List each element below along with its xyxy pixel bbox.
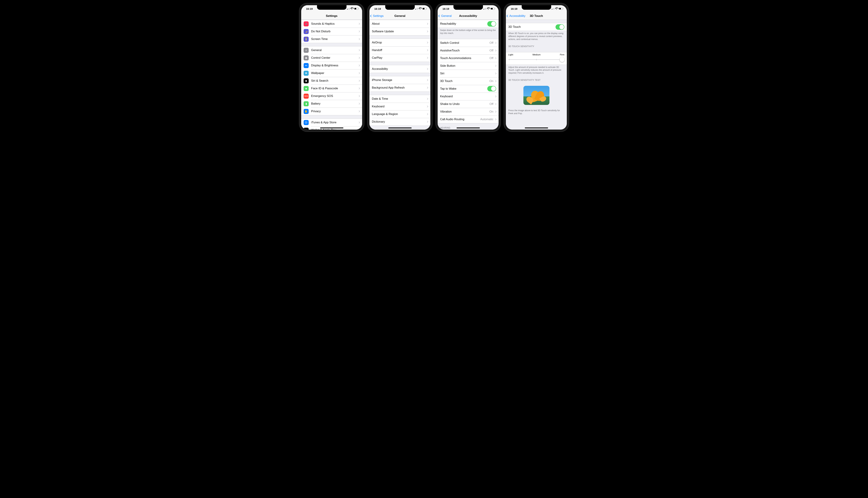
- row-icon: ⚙︎: [303, 48, 309, 53]
- settings-row[interactable]: Dictionary: [369, 118, 430, 126]
- settings-row[interactable]: Background App Refresh: [369, 84, 430, 92]
- toggle-switch[interactable]: [487, 86, 496, 91]
- scroll-content[interactable]: ReachabilitySwipe down on the bottom edg…: [438, 20, 499, 130]
- battery-icon: [354, 8, 358, 10]
- settings-row[interactable]: Software Update: [369, 28, 430, 35]
- settings-row: Reachability: [438, 20, 499, 28]
- chevron-right-icon: [358, 49, 360, 51]
- nav-title: General: [394, 14, 405, 18]
- settings-row[interactable]: iPhone Storage: [369, 76, 430, 84]
- chevron-right-icon: [426, 57, 428, 59]
- settings-row[interactable]: ☻Face ID & Passcode: [301, 84, 362, 92]
- settings-row[interactable]: AssistiveTouchOff: [438, 47, 499, 54]
- chevron-right-icon: [426, 121, 428, 123]
- settings-row[interactable]: AirDrop: [369, 39, 430, 47]
- settings-row[interactable]: Switch ControlOff: [438, 39, 499, 47]
- back-button[interactable]: Settings: [370, 14, 383, 18]
- row-label: Do Not Disturb: [311, 30, 358, 33]
- row-icon: ⏳: [303, 37, 309, 42]
- settings-row[interactable]: ◉Control Center: [301, 54, 362, 62]
- nav-title: Settings: [326, 14, 338, 18]
- scroll-content[interactable]: AboutSoftware UpdateAirDropHandoffCarPla…: [369, 20, 430, 130]
- sensitivity-test-image[interactable]: [524, 86, 550, 105]
- group-footer: Adjust the amount of pressure needed to …: [506, 65, 567, 76]
- settings-row[interactable]: Language & Region: [369, 110, 430, 118]
- home-indicator[interactable]: [457, 128, 480, 128]
- settings-row[interactable]: VibrationOn: [438, 108, 499, 116]
- settings-row[interactable]: AADisplay & Brightness: [301, 62, 362, 69]
- chevron-right-icon: [494, 80, 496, 82]
- phone-frame: 16:19SettingsGeneralAboutSoftware Update…: [367, 3, 432, 132]
- phone-frame: 16:19Accessibility3D Touch3D TouchWhen 3…: [504, 3, 569, 132]
- settings-row[interactable]: 3D TouchOn: [438, 77, 499, 85]
- row-label: Keyboard: [440, 95, 495, 98]
- sensitivity-slider[interactable]: [508, 57, 565, 62]
- notch: [453, 5, 483, 10]
- row-label: Sounds & Haptics: [311, 22, 358, 26]
- row-label: Shake to Undo: [440, 102, 490, 106]
- row-label: Face ID & Passcode: [311, 87, 358, 90]
- home-indicator[interactable]: [388, 128, 411, 128]
- settings-row[interactable]: Date & Time: [369, 95, 430, 103]
- home-indicator[interactable]: [320, 128, 343, 128]
- row-label: Control Center: [311, 56, 358, 60]
- settings-group: 🔊Sounds & Haptics🌙Do Not Disturb⏳Screen …: [301, 20, 362, 43]
- settings-row[interactable]: Siri: [438, 70, 499, 77]
- settings-group: iTunes Wi-Fi SyncVPNNot Connected: [369, 129, 430, 130]
- home-indicator[interactable]: [525, 128, 548, 128]
- row-label: Accessibility: [372, 67, 426, 71]
- settings-row[interactable]: ✋Privacy: [301, 107, 362, 115]
- settings-row[interactable]: 🔊Sounds & Haptics: [301, 20, 362, 28]
- settings-row[interactable]: Call Audio RoutingAutomatic: [438, 116, 499, 123]
- settings-row[interactable]: Keyboard: [369, 103, 430, 110]
- settings-row[interactable]: Shake to UndoOff: [438, 100, 499, 108]
- wifi-icon: [419, 8, 421, 10]
- row-icon: ☻: [303, 86, 309, 91]
- screen: 16:19GeneralAccessibilityReachabilitySwi…: [438, 5, 499, 130]
- row-label: Dictionary: [372, 120, 426, 123]
- settings-row[interactable]: iTunes Wi-Fi Sync: [369, 129, 430, 130]
- status-right: [552, 8, 563, 10]
- chevron-left-icon: [438, 15, 441, 17]
- toggle-switch[interactable]: [556, 24, 565, 30]
- settings-row[interactable]: Handoff: [369, 47, 430, 54]
- settings-row[interactable]: ◉Siri & Search: [301, 77, 362, 84]
- scroll-content[interactable]: 🔊Sounds & Haptics🌙Do Not Disturb⏳Screen …: [301, 20, 362, 130]
- row-value: On: [489, 79, 493, 83]
- chevron-right-icon: [358, 95, 360, 97]
- settings-row[interactable]: Keyboard: [438, 93, 499, 100]
- nav-bar: Accessibility3D Touch: [506, 12, 567, 20]
- row-icon: ◉: [303, 78, 309, 83]
- scroll-content[interactable]: 3D TouchWhen 3D Touch is on, you can pre…: [506, 20, 567, 130]
- chevron-right-icon: [494, 57, 496, 59]
- toggle-switch[interactable]: [487, 21, 496, 27]
- settings-row[interactable]: ⚙︎General: [301, 47, 362, 54]
- slider-thumb[interactable]: [560, 57, 565, 62]
- settings-row[interactable]: Accessibility: [369, 65, 430, 73]
- chevron-right-icon: [494, 65, 496, 67]
- settings-row[interactable]: 🌙Do Not Disturb: [301, 28, 362, 35]
- settings-row[interactable]: Side Button: [438, 62, 499, 70]
- screen: 16:19Settings🔊Sounds & Haptics🌙Do Not Di…: [301, 5, 362, 130]
- row-label: Tap to Wake: [440, 87, 487, 91]
- settings-row[interactable]: ▮Battery: [301, 100, 362, 107]
- settings-row[interactable]: About: [369, 20, 430, 28]
- settings-row[interactable]: ❀Wallpaper: [301, 69, 362, 77]
- group-footer: Swipe down on the bottom edge of the scr…: [438, 28, 499, 36]
- settings-row[interactable]: ⏳Screen Time: [301, 35, 362, 43]
- row-icon: 🔊: [303, 21, 309, 26]
- row-value: On: [489, 110, 493, 114]
- row-label: Display & Brightness: [311, 64, 358, 67]
- settings-row[interactable]: ⒶiTunes & App Store: [301, 119, 362, 126]
- notch: [317, 5, 347, 10]
- settings-row[interactable]: CarPlay: [369, 54, 430, 62]
- status-right: [415, 8, 427, 10]
- settings-row[interactable]: Touch AccommodationsOff: [438, 54, 499, 62]
- settings-row[interactable]: SOSEmergency SOS: [301, 92, 362, 100]
- row-label: 3D Touch: [508, 25, 556, 29]
- row-icon: ✋: [303, 109, 309, 114]
- chevron-right-icon: [358, 87, 360, 89]
- back-button[interactable]: General: [439, 14, 451, 18]
- row-label: Side Button: [440, 64, 495, 68]
- back-button[interactable]: Accessibility: [507, 14, 526, 18]
